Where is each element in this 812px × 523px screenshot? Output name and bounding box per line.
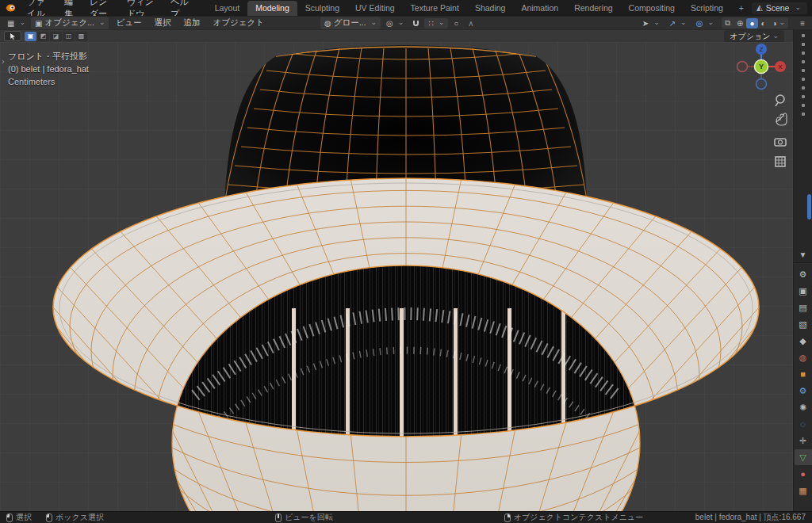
tab-compositing[interactable]: Compositing <box>621 1 683 16</box>
mode-selector[interactable]: ▣ オブジェク... <box>31 17 109 29</box>
tab-add-workspace[interactable]: + <box>731 1 752 16</box>
properties-tab-texture[interactable]: ▦ <box>795 483 812 498</box>
outliner-row-dot <box>802 113 805 116</box>
hint-box-select: ボックス選択 <box>46 512 104 523</box>
gizmos-toggle[interactable]: ↗ <box>665 18 691 29</box>
outliner-scrollbar[interactable] <box>807 194 811 220</box>
tab-animation[interactable]: Animation <box>513 1 566 16</box>
tab-layout[interactable]: Layout <box>207 1 248 16</box>
show-object-types-button[interactable]: ➤ <box>638 18 664 29</box>
outliner-panel[interactable]: ▼ <box>794 29 812 263</box>
hint-box-select-label: ボックス選択 <box>56 512 104 523</box>
editor-type-button[interactable]: ▦ <box>3 18 29 29</box>
outliner-filter-icon[interactable]: ▼ <box>799 250 807 259</box>
pivot-icon: ◎ <box>386 19 393 28</box>
menu-select[interactable]: 選択 <box>148 17 176 29</box>
outliner-row-dot <box>802 34 805 37</box>
options-label: オプション <box>730 31 770 42</box>
tab-scripting[interactable]: Scripting <box>683 1 731 16</box>
options-button[interactable]: オプション <box>724 30 784 43</box>
outliner-display-mode-button[interactable]: ≡ <box>796 18 809 29</box>
outliner-row-dot <box>802 69 805 72</box>
select-invert-button[interactable]: ◫ <box>63 32 75 41</box>
workspace-tabs: Layout Modeling Sculpting UV Editing Tex… <box>207 0 752 16</box>
tab-uv-editing[interactable]: UV Editing <box>347 1 403 16</box>
outliner-list-icon: ≡ <box>800 19 805 28</box>
gizmo-z-neg-axis <box>756 79 767 90</box>
wireframe-sphere-icon: ⊕ <box>737 19 743 28</box>
shading-wireframe-button[interactable]: ⊕ <box>733 18 746 29</box>
mouse-left-drag-icon <box>46 513 52 522</box>
magnet-icon <box>413 21 419 26</box>
select-extend-button[interactable]: ◩ <box>37 32 49 41</box>
viewport-3d[interactable]: ZYX フロント・平行投影 (0) belet | fedora_hat Cen… <box>0 42 793 511</box>
snap-with-button[interactable]: ∷ <box>424 18 448 29</box>
shading-rendered-button[interactable]: ◑ <box>769 18 789 29</box>
properties-tab-object[interactable]: ■ <box>795 366 812 382</box>
properties-tab-output[interactable]: ▤ <box>795 300 812 315</box>
outliner-row-dot <box>802 60 805 63</box>
properties-tab-particles[interactable]: ✺ <box>795 399 812 415</box>
properties-tab-object-data[interactable]: ▽ <box>795 449 812 465</box>
snap-toggle[interactable] <box>409 20 423 27</box>
xray-toggle[interactable]: ⧉ <box>722 17 733 29</box>
select-set-button[interactable]: ▣ <box>25 32 36 41</box>
properties-tab-view-layer[interactable]: ▧ <box>795 316 812 332</box>
status-bar: 選択 ボックス選択 ビューを回転 オブジェクトコンテクストメニュー belet … <box>0 511 812 523</box>
tab-rendering[interactable]: Rendering <box>566 1 620 16</box>
overlays-toggle[interactable]: ◎ <box>692 18 718 29</box>
blender-logo-icon[interactable] <box>5 2 16 13</box>
tab-shading[interactable]: Shading <box>467 1 514 16</box>
transform-orientation-button[interactable]: ◍ グロー... <box>320 17 381 29</box>
viewport-header: ▦ ▣ オブジェク... ビュー 選択 追加 オブジェクト ◍ グロー... ◎… <box>0 16 812 29</box>
snap-with-icon: ∷ <box>428 19 433 28</box>
tab-modeling[interactable]: Modeling <box>247 1 297 16</box>
mouse-middle-icon <box>275 513 282 522</box>
menu-view[interactable]: ビュー <box>110 17 147 29</box>
properties-tab-modifiers[interactable]: ⚙ <box>795 383 812 399</box>
mouse-left-icon <box>6 513 13 522</box>
solid-sphere-icon: ● <box>749 19 754 28</box>
properties-tab-constraints[interactable]: ✛ <box>795 433 812 449</box>
shading-material-button[interactable]: ◐ <box>758 18 769 29</box>
scene-label: Scene <box>766 3 790 13</box>
active-tool-button[interactable] <box>4 31 21 41</box>
blender-window: ファイル 編集 レンダー ウィンドウ ヘルプ Layout Modeling S… <box>0 0 812 523</box>
menu-object[interactable]: オブジェクト <box>207 17 269 29</box>
properties-tab-render[interactable]: ▣ <box>795 283 812 299</box>
proportional-editing-toggle[interactable]: ○ <box>450 18 462 29</box>
properties-tab-scene[interactable]: ◆ <box>795 333 812 349</box>
mouse-right-icon <box>504 513 511 522</box>
object-mode-icon: ▣ <box>35 19 42 28</box>
rendered-sphere-icon: ◑ <box>772 19 777 28</box>
select-intersect-button[interactable]: ▩ <box>75 32 87 41</box>
properties-tab-strip: ⚙ ▣ ▤ ▧ ◆ ◍ ■ ⚙ ✺ ◌ ✛ ▽ ● ▦ <box>794 263 812 511</box>
scene-icon: ◭ <box>756 3 763 12</box>
tool-settings-bar: ▣ ◩ ◪ ◫ ▩ オプション <box>0 29 793 42</box>
pivot-point-button[interactable]: ◎ <box>382 18 408 29</box>
properties-tab-material[interactable]: ● <box>795 466 812 482</box>
svg-text:Y: Y <box>759 63 764 71</box>
proportional-falloff-button[interactable]: ∧ <box>464 18 477 29</box>
outliner-row-dot <box>802 78 805 81</box>
select-subtract-button[interactable]: ◪ <box>50 32 62 41</box>
menu-add[interactable]: 追加 <box>178 17 205 29</box>
hint-select-label: 選択 <box>16 512 32 523</box>
tab-texture-paint[interactable]: Texture Paint <box>403 1 467 16</box>
overlays-icon: ◎ <box>696 19 703 28</box>
status-object-info: belet | fedora_hat | 頂点:16.667 <box>695 512 806 523</box>
bang-gap <box>454 308 458 456</box>
tab-sculpting[interactable]: Sculpting <box>297 1 347 16</box>
scene-selector[interactable]: ◭ Scene <box>752 2 807 14</box>
svg-text:X: X <box>778 63 783 71</box>
properties-tab-world[interactable]: ◍ <box>795 349 812 365</box>
shading-solid-button[interactable]: ● <box>746 18 757 29</box>
toolbar-expand-arrow[interactable]: › <box>2 56 5 66</box>
select-mode-group: ▣ ◩ ◪ ◫ ▩ <box>25 32 87 41</box>
outliner-row-dot <box>802 43 805 46</box>
properties-tab-physics[interactable]: ◌ <box>795 416 812 432</box>
properties-tab-tool[interactable]: ⚙ <box>795 266 812 282</box>
xray-icon: ⧉ <box>725 18 730 28</box>
editor-3d-viewport-icon: ▦ <box>7 19 14 28</box>
svg-text:Z: Z <box>760 46 764 53</box>
